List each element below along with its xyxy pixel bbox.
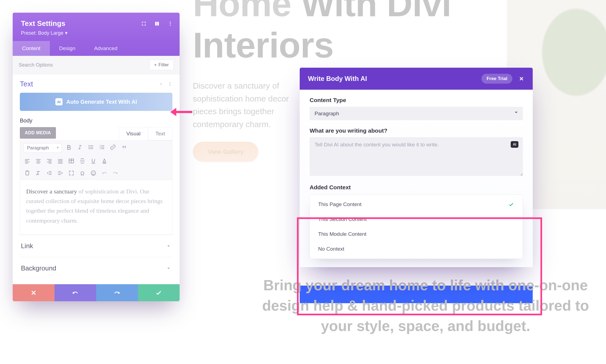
number-list-icon[interactable]: 123: [98, 143, 106, 151]
text-settings-panel: Text Settings Preset: Body Large ▾ Conte…: [13, 13, 180, 301]
chevron-down-icon: ▾: [65, 30, 67, 36]
svg-rect-20: [25, 162, 30, 162]
search-input[interactable]: Search Options: [19, 62, 53, 68]
svg-rect-29: [48, 163, 52, 163]
ai-icon[interactable]: AI: [511, 141, 518, 148]
svg-point-4: [170, 84, 171, 84]
svg-point-6: [89, 145, 90, 146]
tab-content[interactable]: Content: [13, 41, 50, 56]
chevron-down-icon: [166, 266, 171, 271]
kebab-menu-icon[interactable]: [167, 80, 172, 88]
write-with-ai-modal: Write Body With AI Free Trial Content Ty…: [300, 68, 533, 267]
editor-tab-text[interactable]: Text: [148, 127, 172, 140]
close-icon[interactable]: [518, 76, 524, 82]
confirm-button[interactable]: [138, 284, 180, 301]
special-char-icon[interactable]: [79, 169, 86, 177]
link-icon[interactable]: [109, 143, 117, 151]
about-textarea[interactable]: [310, 137, 523, 176]
headline-line2a: Home: [193, 0, 291, 24]
fullscreen-icon[interactable]: [67, 169, 75, 177]
tab-design[interactable]: Design: [50, 41, 85, 56]
format-select[interactable]: Paragraph: [23, 143, 62, 153]
group-text-title[interactable]: Text: [20, 80, 33, 88]
underline-icon[interactable]: [90, 157, 97, 165]
paste-icon[interactable]: [23, 169, 31, 177]
filter-button[interactable]: + Filter: [149, 60, 174, 70]
svg-point-45: [91, 171, 96, 176]
content-type-select[interactable]: Paragraph: [310, 107, 523, 120]
svg-rect-35: [103, 163, 106, 163]
svg-rect-24: [36, 162, 41, 162]
svg-rect-28: [47, 162, 52, 162]
align-left-icon[interactable]: [23, 157, 31, 165]
context-label: Added Context: [310, 184, 523, 191]
quote-icon[interactable]: [120, 143, 128, 151]
context-option-section[interactable]: This Section Content: [310, 212, 523, 227]
align-center-icon[interactable]: [34, 157, 42, 165]
svg-rect-7: [90, 146, 93, 146]
svg-rect-11: [90, 149, 93, 149]
svg-rect-9: [90, 147, 93, 147]
svg-point-1: [170, 23, 171, 24]
ai-modal-title: Write Body With AI: [308, 75, 367, 83]
preset-selector[interactable]: Preset: Body Large ▾: [21, 30, 171, 36]
content-type-label: Content Type: [310, 97, 523, 103]
plus-icon: +: [154, 62, 157, 68]
svg-rect-37: [26, 171, 28, 172]
svg-rect-32: [58, 162, 63, 162]
align-justify-icon[interactable]: [56, 157, 64, 165]
rich-text-toolbar: Paragraph 123: [20, 140, 172, 180]
about-label: What are you writing about?: [310, 127, 523, 134]
svg-point-47: [94, 172, 94, 173]
outdent-icon[interactable]: [45, 169, 53, 177]
italic-icon[interactable]: [76, 143, 84, 151]
context-option-page[interactable]: This Page Content: [310, 197, 523, 212]
view-gallery-button[interactable]: View Gallery: [193, 142, 258, 162]
body-editor[interactable]: Discover a sanctuary of sophistication a…: [20, 180, 172, 235]
callout-arrow-icon: [170, 108, 192, 115]
context-option-none[interactable]: No Context: [310, 242, 523, 256]
auto-generate-ai-button[interactable]: AI Auto Generate Text With AI: [20, 93, 172, 111]
redo-icon[interactable]: [112, 169, 119, 177]
editor-tab-visual[interactable]: Visual: [119, 127, 148, 140]
free-trial-badge[interactable]: Free Trial: [481, 74, 512, 84]
emoji-icon[interactable]: [90, 169, 97, 177]
svg-rect-22: [36, 159, 41, 160]
svg-point-10: [89, 148, 90, 149]
add-media-button[interactable]: ADD MEDIA: [20, 127, 56, 139]
redo-button[interactable]: [96, 284, 138, 301]
svg-rect-39: [49, 171, 52, 172]
svg-rect-14: [101, 149, 104, 149]
indent-icon[interactable]: [56, 169, 64, 177]
svg-rect-19: [25, 160, 28, 161]
expand-icon[interactable]: [141, 21, 147, 26]
section-link[interactable]: Link: [20, 235, 172, 257]
clear-format-icon[interactable]: [34, 169, 42, 177]
check-icon: [508, 201, 514, 207]
undo-button[interactable]: [55, 284, 96, 301]
strike-icon[interactable]: [79, 157, 86, 165]
context-option-module[interactable]: This Module Content: [310, 227, 523, 242]
svg-rect-13: [101, 147, 104, 147]
undo-icon[interactable]: [101, 169, 108, 177]
kebab-menu-icon[interactable]: [167, 21, 173, 26]
tab-advanced[interactable]: Advanced: [85, 41, 127, 56]
svg-rect-27: [48, 160, 52, 161]
text-color-icon[interactable]: [101, 157, 108, 165]
svg-rect-18: [25, 159, 30, 160]
columns-icon[interactable]: [154, 21, 160, 26]
svg-rect-33: [58, 163, 63, 163]
close-button[interactable]: [13, 284, 55, 301]
bold-icon[interactable]: [65, 143, 73, 151]
section-background[interactable]: Background: [20, 257, 172, 279]
svg-rect-25: [37, 163, 40, 163]
svg-point-3: [170, 82, 171, 83]
svg-rect-26: [47, 159, 52, 160]
svg-rect-42: [58, 171, 61, 172]
svg-rect-41: [49, 174, 52, 175]
bullet-list-icon[interactable]: [87, 143, 95, 151]
align-right-icon[interactable]: [45, 157, 53, 165]
table-icon[interactable]: [67, 157, 75, 165]
svg-rect-23: [37, 160, 40, 161]
chevron-up-icon[interactable]: [159, 80, 164, 88]
